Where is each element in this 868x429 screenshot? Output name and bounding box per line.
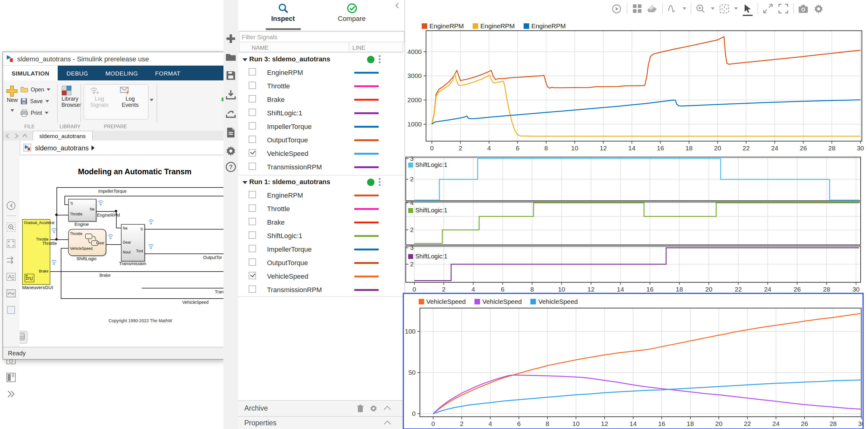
signal-row[interactable]: OutputTorque <box>238 133 404 147</box>
nav-back-icon[interactable] <box>3 132 12 139</box>
tab-inspect[interactable]: Inspect <box>255 3 311 22</box>
properties-section[interactable]: Properties <box>238 416 404 429</box>
signal-row[interactable]: EngineRPM <box>238 66 404 79</box>
expand-palette-icon[interactable] <box>6 389 17 400</box>
collapse-panel-icon[interactable] <box>394 2 399 8</box>
signal-checkbox[interactable] <box>249 191 256 198</box>
prepare-caret-icon[interactable] <box>150 99 153 101</box>
signal-checkbox[interactable] <box>249 82 256 89</box>
zoom-in-button[interactable] <box>695 3 706 14</box>
fit-to-view-button[interactable] <box>718 3 730 14</box>
open-button[interactable]: Open <box>20 86 50 93</box>
tab-simulation[interactable]: SIMULATION <box>3 66 58 81</box>
log-events-button[interactable]: Log Events <box>120 86 141 108</box>
signal-checkbox[interactable] <box>249 163 256 170</box>
gear2-legend[interactable]: ShiftLogic:1 <box>408 207 447 214</box>
collapse-run-icon[interactable] <box>243 58 247 61</box>
breadcrumb-arrow-icon[interactable] <box>92 145 95 150</box>
signal-row[interactable]: VehicleSpeed <box>238 269 404 283</box>
trash-icon[interactable] <box>356 404 364 412</box>
signal-row[interactable]: EngineRPM <box>238 188 404 202</box>
signal-checkbox[interactable] <box>249 135 256 143</box>
replay-button[interactable] <box>611 3 622 14</box>
gear-strip-run1[interactable]: 42 <box>405 201 862 245</box>
open-session-button[interactable] <box>225 52 236 63</box>
nav-up-icon[interactable] <box>20 132 29 139</box>
signal-row[interactable]: Brake <box>238 93 404 106</box>
signal-trace-caret-icon[interactable] <box>682 7 686 10</box>
shiftlogic-block[interactable]: Throttle VehicleSpeed Gear <box>68 229 106 256</box>
signal-row[interactable]: ImpellerTorque <box>238 242 404 256</box>
model-canvas[interactable]: Modeling an Automatic Transm <box>20 155 223 347</box>
export-button[interactable] <box>225 108 236 119</box>
tab-format[interactable]: FORMAT <box>147 66 189 81</box>
signal-checkbox[interactable] <box>249 204 256 212</box>
import-button[interactable] <box>225 89 236 100</box>
fullscreen-button[interactable] <box>777 3 788 14</box>
new-button[interactable]: New <box>6 85 19 114</box>
signal-checkbox[interactable] <box>249 109 256 116</box>
gear1-legend[interactable]: ShiftLogic:1 <box>408 161 447 168</box>
signal-row[interactable]: OutputTorque <box>238 256 404 269</box>
signal-row[interactable]: TransmissionRPM <box>238 283 404 297</box>
signal-checkbox[interactable] <box>249 232 256 239</box>
signal-trace-button[interactable] <box>667 3 678 14</box>
gear3-legend[interactable]: ShiftLogic:1 <box>408 253 447 259</box>
property-inspector-icon[interactable] <box>6 372 17 383</box>
signal-row[interactable]: Brake <box>238 215 404 229</box>
signal-checkbox[interactable] <box>249 285 256 293</box>
signal-checkbox[interactable] <box>249 245 256 252</box>
signal-row[interactable]: ShiftLogic:1 <box>238 229 404 242</box>
zoom-region-icon[interactable] <box>6 222 17 233</box>
nav-forward-icon[interactable] <box>12 132 20 139</box>
model-data-button[interactable] <box>20 331 28 344</box>
zoom-caret-icon[interactable] <box>711 7 714 10</box>
new-caret-icon[interactable] <box>10 109 14 112</box>
transmission-block[interactable]: Ne Gear Nout Ti Tout <box>121 224 145 262</box>
run-menu-icon[interactable] <box>378 177 381 187</box>
pointer-tool-button[interactable] <box>742 3 753 14</box>
properties-collapse-icon[interactable] <box>385 420 390 425</box>
area-box-icon[interactable] <box>6 305 17 315</box>
save-caret-icon[interactable] <box>45 100 49 102</box>
preferences-button[interactable] <box>225 146 236 156</box>
fit-to-view-icon[interactable] <box>6 239 17 249</box>
annotation-icon[interactable]: A <box>6 272 17 282</box>
help-button[interactable]: ? <box>225 161 236 173</box>
signal-checkbox[interactable] <box>249 95 256 102</box>
run-menu-icon[interactable] <box>378 55 381 64</box>
tab-modeling[interactable]: MODELING <box>97 66 146 81</box>
fit-caret-icon[interactable] <box>734 7 738 10</box>
model-doc-tab[interactable]: sldemo_autotrans <box>33 130 92 141</box>
engine-rpm-chart[interactable]: 0246810121416182022242628301000200030004… <box>405 27 865 151</box>
save-session-button[interactable] <box>225 70 236 81</box>
signal-row[interactable]: TransmissionRPM <box>238 160 404 174</box>
print-button[interactable]: Print <box>20 109 48 117</box>
engine-block[interactable]: Ti Throttle Ne <box>68 199 96 221</box>
print-caret-icon[interactable] <box>44 112 48 114</box>
new-run-button[interactable] <box>225 33 236 44</box>
tab-debug[interactable]: DEBUG <box>58 66 97 81</box>
vehicle-speed-chart[interactable]: 024681012141618202224262830100500 <box>405 295 862 428</box>
gear-strip-run2[interactable]: 32 <box>405 156 862 201</box>
signal-row[interactable]: Throttle <box>238 79 404 93</box>
signal-row[interactable]: ImpellerTorque <box>238 120 404 133</box>
plot-settings-gear-button[interactable] <box>813 3 824 14</box>
open-caret-icon[interactable] <box>46 88 50 91</box>
simulink-titlebar[interactable]: sldemo_autotrans - Simulink prerelease u… <box>3 52 223 66</box>
signal-row[interactable]: ShiftLogic:1 <box>238 106 404 120</box>
run-header-run3[interactable]: Run 3: sldemo_autotrans <box>238 52 404 67</box>
update-diagram-icon[interactable] <box>6 255 17 266</box>
save-button[interactable]: Save <box>20 98 49 105</box>
signal-checkbox[interactable] <box>249 149 256 156</box>
hide-explorer-icon[interactable] <box>6 201 17 211</box>
signal-checkbox[interactable] <box>249 122 256 129</box>
archive-collapse-icon[interactable] <box>385 405 390 410</box>
filter-signals-input[interactable] <box>239 33 404 41</box>
log-signals-button[interactable]: Log Signals <box>89 86 110 108</box>
library-browser-button[interactable]: Library Browser <box>61 85 79 108</box>
run-header-run1[interactable]: Run 1: sldemo_autotrans <box>238 175 404 190</box>
signal-checkbox[interactable] <box>249 218 256 225</box>
signal-checkbox[interactable] <box>249 272 256 279</box>
report-button[interactable] <box>225 127 236 138</box>
